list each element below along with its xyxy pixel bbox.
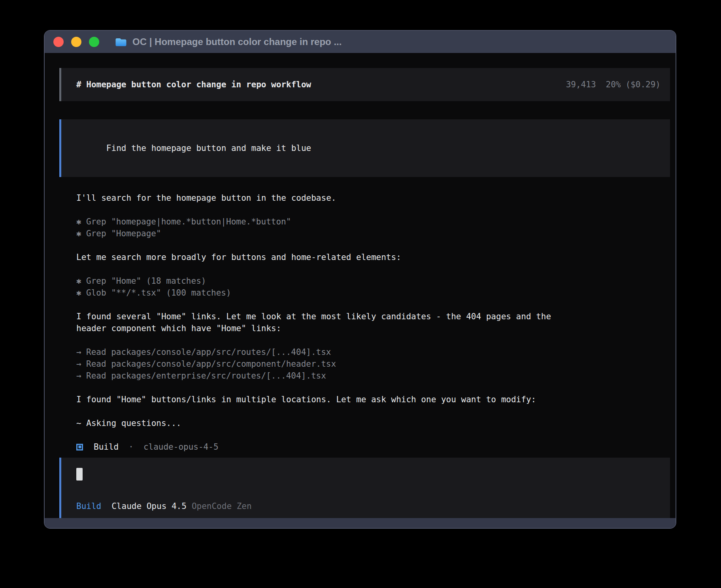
active-agent-label[interactable]: Build [76, 500, 101, 512]
assistant-paragraph: →Read packages/console/app/src/routes/[.… [76, 346, 670, 382]
assistant-paragraph: Let me search more broadly for buttons a… [76, 251, 670, 263]
agent-model: claude-opus-4-5 [143, 441, 219, 453]
minimize-button[interactable] [71, 37, 81, 47]
tool-call-text: Read packages/console/app/src/component/… [86, 359, 336, 369]
tool-call-text: Grep "homepage|home.*button|Home.*button… [86, 217, 291, 226]
context-percent: 20% [606, 80, 621, 89]
tool-call-text: Glob "**/*.tsx" (100 matches) [86, 288, 231, 298]
token-count: 39,413 [566, 80, 596, 89]
assistant-paragraph: I found "Home" buttons/links in multiple… [76, 394, 670, 405]
asterisk-icon: ✱ [76, 287, 81, 299]
window-titlebar[interactable]: OC | Homepage button color change in rep… [45, 31, 676, 53]
tool-call-row: ✱Grep "homepage|home.*button|Home.*butto… [76, 216, 670, 228]
assistant-text-line: header component which have "Home" links… [76, 322, 670, 334]
asterisk-icon: ✱ [76, 275, 81, 287]
arrow-right-icon: → [76, 346, 81, 358]
agent-name: Build [94, 441, 119, 453]
active-model-label[interactable]: Claude Opus 4.5 [111, 500, 187, 512]
tool-call-row: ✱Glob "**/*.tsx" (100 matches) [76, 287, 670, 299]
close-button[interactable] [53, 37, 64, 47]
assistant-text-line: I found several "Home" links. Let me loo… [76, 311, 670, 322]
assistant-paragraph: ~ Asking questions... [76, 417, 670, 429]
terminal-content: # Homepage button color change in repo w… [45, 53, 676, 518]
arrow-right-icon: → [76, 358, 81, 370]
assistant-text-line: I'll search for the homepage button in t… [76, 192, 670, 204]
assistant-paragraph: ✱Grep "Home" (18 matches)✱Glob "**/*.tsx… [76, 275, 670, 299]
terminal-window: OC | Homepage button color change in rep… [44, 30, 676, 529]
tool-call-text: Read packages/enterprise/src/routes/[...… [86, 371, 326, 381]
tool-call-row: →Read packages/enterprise/src/routes/[..… [76, 370, 670, 382]
window-bottom-edge [45, 518, 676, 528]
assistant-text-line: ~ Asking questions... [76, 417, 670, 429]
folder-icon [115, 37, 127, 47]
assistant-response: I'll search for the homepage button in t… [76, 192, 670, 453]
session-cost: ($0.29) [625, 80, 661, 89]
session-header: # Homepage button color change in repo w… [59, 68, 670, 101]
zoom-button[interactable] [89, 37, 99, 47]
badge-separator: · [128, 441, 134, 453]
prompt-input[interactable]: Build Claude Opus 4.5 OpenCode Zen [59, 458, 670, 518]
assistant-paragraph: ✱Grep "homepage|home.*button|Home.*butto… [76, 216, 670, 239]
tool-call-row: ✱Grep "Homepage" [76, 228, 670, 239]
assistant-paragraph: I'll search for the homepage button in t… [76, 192, 670, 204]
user-message-text: Find the homepage button and make it blu… [106, 143, 311, 153]
build-square-icon [76, 444, 83, 450]
provider-label: OpenCode Zen [192, 500, 252, 512]
tool-call-row: ✱Grep "Home" (18 matches) [76, 275, 670, 287]
tool-call-text: Grep "Home" (18 matches) [86, 276, 206, 286]
tool-call-text: Read packages/console/app/src/routes/[..… [86, 347, 331, 357]
user-message: Find the homepage button and make it blu… [59, 119, 670, 177]
assistant-text-line: Let me search more broadly for buttons a… [76, 251, 670, 263]
window-title: OC | Homepage button color change in rep… [132, 36, 342, 47]
tool-call-row: →Read packages/console/app/src/routes/[.… [76, 346, 670, 358]
titlebar-title-group: OC | Homepage button color change in rep… [115, 36, 342, 47]
asterisk-icon: ✱ [76, 216, 81, 228]
tool-call-text: Grep "Homepage" [86, 229, 161, 238]
arrow-right-icon: → [76, 370, 81, 382]
input-footer: Build Claude Opus 4.5 OpenCode Zen [76, 500, 661, 512]
asterisk-icon: ✱ [76, 228, 81, 239]
session-stats: 39,41320%($0.29) [566, 79, 661, 90]
agent-badge: Build·claude-opus-4-5 [76, 441, 670, 453]
tool-call-row: →Read packages/console/app/src/component… [76, 358, 670, 370]
assistant-paragraph: I found several "Home" links. Let me loo… [76, 311, 670, 334]
traffic-lights [53, 37, 99, 47]
session-title: # Homepage button color change in repo w… [76, 79, 311, 90]
text-cursor [76, 468, 83, 481]
assistant-text-line: I found "Home" buttons/links in multiple… [76, 394, 670, 405]
